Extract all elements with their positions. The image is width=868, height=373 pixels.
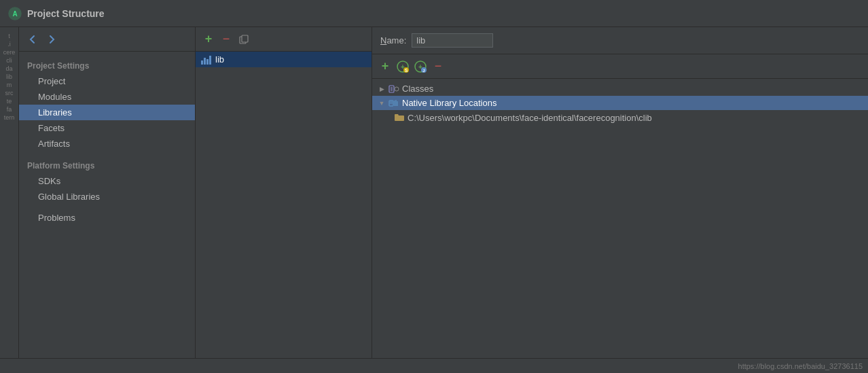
folder-icon bbox=[394, 112, 405, 124]
project-settings-header: Project Settings bbox=[19, 57, 195, 73]
tree-row-native[interactable]: ▼ Native Library Locations bbox=[372, 96, 868, 110]
title-bar: A Project Structure bbox=[0, 0, 868, 27]
svg-point-16 bbox=[395, 87, 399, 91]
title-bar-text: Project Structure bbox=[27, 8, 105, 19]
sidebar-item-modules[interactable]: Modules bbox=[19, 89, 195, 105]
left-nav-panel: Project Settings Project Modules Librari… bbox=[19, 27, 196, 358]
add-library-button[interactable]: + bbox=[201, 32, 216, 47]
left-clip-panel: t .i cere cli da lib m src te fa tern bbox=[0, 27, 19, 358]
svg-text:S: S bbox=[405, 68, 408, 73]
main-content: t .i cere cli da lib m src te fa tern Pr… bbox=[0, 27, 868, 358]
url-text: https://blog.csdn.net/baidu_32736115 bbox=[738, 362, 863, 370]
android-studio-icon: A bbox=[8, 7, 22, 20]
sidebar-item-libraries[interactable]: Libraries bbox=[19, 105, 195, 120]
library-list-panel: + − lib bbox=[196, 27, 372, 358]
tree-row-classes[interactable]: ▶ Classes bbox=[372, 82, 868, 96]
add-class-button[interactable]: + bbox=[378, 59, 393, 74]
classes-label: Classes bbox=[402, 84, 433, 94]
remove-entry-button[interactable]: − bbox=[431, 59, 446, 74]
tree-row-path[interactable]: C:\Users\workpc\Documents\face-identical… bbox=[372, 110, 868, 126]
sidebar-item-problems[interactable]: Problems bbox=[19, 210, 195, 226]
url-bar: https://blog.csdn.net/baidu_32736115 bbox=[0, 358, 868, 373]
sidebar-item-artifacts[interactable]: Artifacts bbox=[19, 136, 195, 152]
details-toolbar: + + S + J − bbox=[372, 54, 868, 79]
library-item-lib[interactable]: lib bbox=[196, 52, 372, 67]
svg-text:A: A bbox=[12, 10, 17, 18]
library-bar-icon bbox=[201, 55, 211, 65]
add-source-button[interactable]: + S bbox=[395, 59, 410, 74]
classes-toggle-icon: ▶ bbox=[378, 85, 386, 93]
lib-toolbar: + − bbox=[196, 27, 372, 52]
svg-text:J: J bbox=[422, 69, 424, 73]
library-item-label: lib bbox=[215, 54, 224, 65]
classes-icon bbox=[388, 84, 399, 94]
native-toggle-icon: ▼ bbox=[378, 99, 386, 107]
add-javadoc-button[interactable]: + J bbox=[413, 59, 428, 74]
copy-library-button[interactable] bbox=[236, 32, 251, 47]
sidebar-item-project[interactable]: Project bbox=[19, 73, 195, 89]
nav-tree: Project Settings Project Modules Librari… bbox=[19, 52, 195, 358]
back-button[interactable] bbox=[24, 31, 41, 48]
native-library-icon bbox=[388, 99, 399, 108]
platform-settings-header: Platform Settings bbox=[19, 157, 195, 173]
remove-library-button[interactable]: − bbox=[219, 32, 234, 47]
tree-area: ▶ Classes ▼ bbox=[372, 79, 868, 358]
name-row: Name: bbox=[372, 27, 868, 54]
nav-toolbar bbox=[19, 27, 195, 52]
sidebar-item-sdks[interactable]: SDKs bbox=[19, 173, 195, 189]
name-label: Name: bbox=[380, 35, 406, 46]
name-input[interactable] bbox=[412, 33, 493, 48]
forward-button[interactable] bbox=[43, 31, 60, 48]
details-panel: Name: + + S + J bbox=[372, 27, 868, 358]
path-label: C:\Users\workpc\Documents\face-identical… bbox=[408, 113, 652, 123]
sidebar-item-facets[interactable]: Facets bbox=[19, 120, 195, 136]
svg-rect-3 bbox=[242, 35, 248, 42]
sidebar-item-global-libraries[interactable]: Global Libraries bbox=[19, 189, 195, 205]
native-label: Native Library Locations bbox=[402, 98, 496, 108]
